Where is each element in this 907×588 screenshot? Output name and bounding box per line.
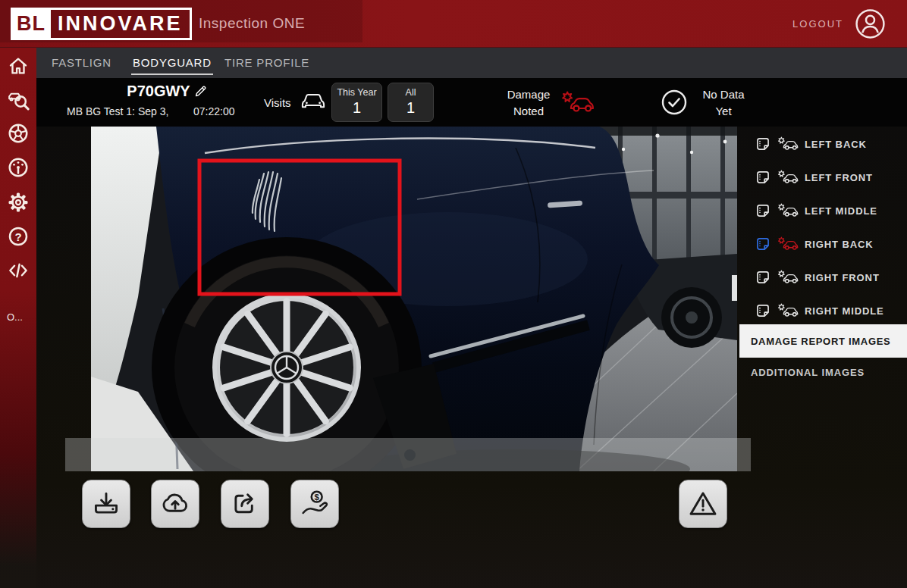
dollar-glyph: $ [315,493,320,502]
page-title: Inspection ONE [199,15,305,32]
wheel-icon[interactable] [7,122,30,145]
damaged-car-icon [777,169,799,186]
damaged-car-icon [560,89,595,115]
counter-value: 1 [332,99,381,117]
visits-this-year-counter[interactable]: This Year 1 [331,83,382,122]
payment-button[interactable]: $ [290,480,339,528]
vehicle-photo[interactable] [91,127,737,471]
app-root: BL INNOVARE Inspection ONE LOGOUT [0,0,907,588]
check-circle-icon [661,89,688,116]
tab-bodyguard[interactable]: BODYGUARD [133,56,212,69]
damaged-car-icon [777,202,799,219]
damaged-car-icon [777,236,799,252]
counter-value: 1 [388,99,433,117]
report-note-icon [755,136,770,152]
report-note-icon [755,236,770,252]
view-item-left-back[interactable]: LEFT BACK [739,132,907,156]
counter-label: All [388,87,433,98]
module-tabbar: FASTLIGN BODYGUARD TIRE PROFILE [36,48,907,78]
visits-car-icon [298,90,328,113]
view-item-right-back[interactable]: RIGHT BACK [739,232,907,256]
report-note-icon [755,270,770,285]
report-note-icon [755,203,770,218]
visits-all-counter[interactable]: All 1 [388,83,434,122]
tab-fastlign[interactable]: FASTLIGN [52,56,111,69]
main-content: $ LEFT BACK LEFT FRONT [36,127,907,588]
view-item-left-middle[interactable]: LEFT MIDDLE [739,199,907,223]
brand-logo-bl: BL [13,10,51,38]
download-button[interactable] [82,480,130,528]
help-glyph: ? [14,230,21,243]
logout-button[interactable]: LOGOUT [792,18,843,30]
visits-label: Visits [264,96,291,109]
inspection-time: 07:22:00 [193,105,235,117]
settings-icon[interactable] [7,191,30,214]
brand-logo: BL INNOVARE [11,8,192,40]
plate-number: P70GWY [127,83,190,99]
plate-row: P70GWY [101,83,234,100]
left-sidebar: ? O... [0,48,36,588]
edit-plate-icon[interactable] [193,84,208,99]
damaged-car-icon [777,136,799,152]
report-note-icon [755,170,770,185]
gauge-icon[interactable] [7,156,30,179]
damaged-car-icon [777,302,799,319]
report-note-icon [755,303,770,318]
export-button[interactable] [221,480,269,528]
inspection-name: MB BG Test 1: Sep 3, [67,105,168,117]
data-status-text: No Data Yet [693,86,754,120]
carousel-dot[interactable] [404,449,416,461]
tab-tire-profile[interactable]: TIRE PROFILE [224,56,309,69]
help-icon[interactable]: ? [7,225,30,248]
views-panel: LEFT BACK LEFT FRONT LEFT MIDDLE RIGHT B… [739,127,907,588]
sidebar-overflow-label[interactable]: O... [7,311,23,323]
cloud-upload-button[interactable] [151,480,199,528]
vehicle-info-bar: P70GWY MB BG Test 1: Sep 3, 07:22:00 Vis… [36,78,907,127]
image-carousel-strip[interactable] [65,438,751,471]
view-item-right-middle[interactable]: RIGHT MIDDLE [739,299,907,323]
home-icon[interactable] [7,55,30,77]
counter-label: This Year [332,87,381,98]
vehicle-search-icon[interactable] [7,89,30,111]
damage-status-text: Damage Noted [497,86,560,120]
view-item-right-front[interactable]: RIGHT FRONT [739,265,907,289]
brand-logo-innovare: INNOVARE [51,10,190,38]
damage-report-images-button[interactable]: DAMAGE REPORT IMAGES [739,324,907,358]
warning-button[interactable] [679,480,727,528]
damaged-car-icon [777,269,799,286]
app-header: BL INNOVARE Inspection ONE LOGOUT [0,0,907,48]
view-item-left-front[interactable]: LEFT FRONT [739,165,907,189]
additional-images-button[interactable]: ADDITIONAL IMAGES [751,367,865,378]
code-icon[interactable] [7,259,30,282]
user-avatar-icon[interactable] [855,8,886,39]
